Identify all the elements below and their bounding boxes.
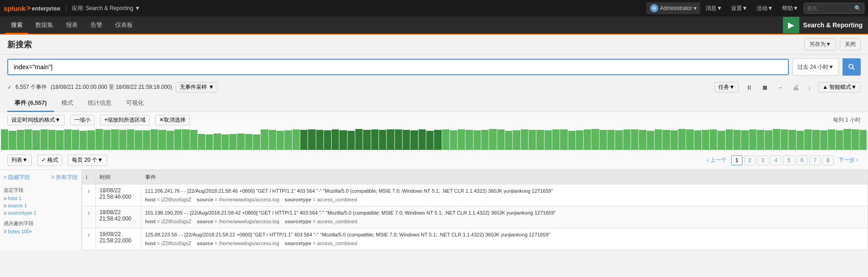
chart-bar <box>245 134 252 150</box>
chart-bar <box>143 130 150 150</box>
interesting-field-item[interactable]: #bytes 100+ <box>4 228 78 235</box>
global-search-icon: 🔍 <box>854 5 861 11</box>
expand-row-btn[interactable]: › <box>86 209 92 216</box>
per-page-btn[interactable]: 每页 20 个▼ <box>68 154 107 166</box>
search-input[interactable] <box>7 59 789 75</box>
nav-reports[interactable]: 报表 <box>61 17 83 34</box>
page-2-btn[interactable]: 2 <box>744 155 756 165</box>
chart-bar <box>584 129 591 150</box>
tab-patterns[interactable]: 模式 <box>54 95 81 112</box>
status-right-controls: 任务▼ ⏸ ⏹ → 🖨 ↓ ▲ 智能模式▼ <box>714 82 861 92</box>
help-btn[interactable]: 帮助▼ <box>778 3 802 14</box>
selected-field-item[interactable]: ahost 1 <box>4 195 78 202</box>
nav-search[interactable]: 搜索 <box>5 17 28 34</box>
chart-bar <box>40 129 48 150</box>
format-btn[interactable]: ✓ 格式 <box>37 154 62 166</box>
chart-bar <box>678 129 686 150</box>
settings-btn[interactable]: 设置▼ <box>727 3 751 14</box>
save-as-btn[interactable]: 另存为▼ <box>804 38 836 51</box>
expand-row-btn[interactable]: › <box>86 187 92 195</box>
th-event: 事件 <box>141 170 868 185</box>
chart-bar <box>442 129 449 150</box>
chart-bar <box>852 129 859 150</box>
chart-bar <box>812 130 819 150</box>
time-picker-btn[interactable]: 过去 24 小时▼ <box>792 58 839 76</box>
next-page-btn[interactable]: 下一步 › <box>836 155 861 165</box>
chart-bar <box>797 131 804 150</box>
notifications-btn[interactable]: 消息▼ <box>702 3 726 14</box>
pause-btn[interactable]: ⏸ <box>744 83 754 92</box>
time-range: (18/08/21 21:00:00.000 至 18/08/22 21:59:… <box>50 83 172 91</box>
global-search-input[interactable] <box>807 5 853 11</box>
print-btn[interactable]: 🖨 <box>791 83 801 92</box>
chart-bar <box>300 130 308 150</box>
chart-bar <box>655 129 662 150</box>
chart-bar <box>765 130 772 150</box>
chart-bar <box>710 129 717 150</box>
app-name[interactable]: 应用: Search & Reporting ▼ <box>66 5 141 12</box>
admin-menu[interactable]: H Administrator ▾ <box>646 2 701 14</box>
per-column-label: 每列 1 小时 <box>833 116 861 124</box>
page-3-btn[interactable]: 3 <box>757 155 769 165</box>
hide-fields-btn[interactable]: < 隐藏字段 <box>4 174 30 181</box>
chart-bar <box>324 130 331 150</box>
chart-bar <box>836 130 843 150</box>
chart-bar <box>253 134 260 150</box>
tab-visualization[interactable]: 可视化 <box>119 95 151 112</box>
nav-alerts[interactable]: 告警 <box>85 17 108 34</box>
forward-btn[interactable]: → <box>775 83 785 92</box>
nav-datasets[interactable]: 数据集 <box>30 17 59 34</box>
chart-bar <box>820 130 828 150</box>
page-7-btn[interactable]: 7 <box>809 155 821 165</box>
chart-bar <box>757 130 764 150</box>
page-4-btn[interactable]: 4 <box>770 155 782 165</box>
page-8-btn[interactable]: 8 <box>823 155 834 165</box>
search-input-row: 过去 24 小时▼ <box>0 55 868 79</box>
page-6-btn[interactable]: 6 <box>797 155 808 165</box>
chart-bar <box>623 129 631 150</box>
chart-bar <box>56 130 63 150</box>
chart-bar <box>426 131 434 150</box>
expand-row-btn[interactable]: › <box>86 231 92 238</box>
chart-bar <box>9 131 16 150</box>
page-5-btn[interactable]: 5 <box>783 155 795 165</box>
results-controls: 列表▼ ✓ 格式 每页 20 个▼ ‹ 上一个 1 2 3 4 5 6 7 8 … <box>0 151 868 170</box>
meta-item: host = iZ28hzo5igsZ <box>145 218 192 226</box>
smart-mode-btn[interactable]: ▲ 智能模式▼ <box>818 82 861 92</box>
selected-field-item[interactable]: asourcetype 1 <box>4 209 78 216</box>
global-search-box[interactable]: 🔍 <box>804 3 864 14</box>
nav-dashboards[interactable]: 仪表板 <box>110 17 138 34</box>
all-fields-btn[interactable]: ≡ 所有字段 <box>51 174 78 181</box>
chart-bar <box>702 130 709 150</box>
selected-fields-list: ahost 1asource 1asourcetype 1 <box>4 195 78 216</box>
svg-line-1 <box>853 68 854 70</box>
zoom-in-btn[interactable]: +缩放到所选区域 <box>100 115 150 125</box>
no-sample-btn[interactable]: 无事件采样 ▼ <box>176 82 218 92</box>
format-timeline-btn[interactable]: 设定时间线的格式▼ <box>7 115 65 125</box>
stop-btn[interactable]: ⏹ <box>760 83 770 92</box>
tab-statistics[interactable]: 统计信息 <box>81 95 119 112</box>
chart-bar <box>182 129 189 150</box>
prev-page-btn[interactable]: ‹ 上一个 <box>704 155 729 165</box>
results-area: < 隐藏字段 ≡ 所有字段 选定字段 ahost 1asource 1asour… <box>0 170 868 250</box>
chart-bar <box>332 129 339 150</box>
task-btn[interactable]: 任务▼ <box>714 82 739 92</box>
event-main-text: 111.206.241.76 - - [22/Aug/2018:21:58:46… <box>145 187 691 195</box>
chart-bar <box>158 130 166 150</box>
collapse-btn[interactable]: 一缩小 <box>70 115 95 125</box>
tab-events[interactable]: 事件 (6,557) <box>7 95 54 112</box>
app-launch-button[interactable]: ▶ <box>783 17 799 33</box>
activity-btn[interactable]: 活动▼ <box>753 3 777 14</box>
chart-bars <box>0 128 868 151</box>
search-submit-btn[interactable] <box>843 58 861 76</box>
close-btn[interactable]: 关闭 <box>840 38 861 51</box>
event-cell: 101.198.190.205 - - [22/Aug/2018:21:58:4… <box>141 206 868 228</box>
deselect-btn[interactable]: ✕取消选择 <box>155 115 190 125</box>
chart-bar <box>32 130 40 150</box>
chart-bar <box>489 129 496 150</box>
selected-field-item[interactable]: asource 1 <box>4 202 78 209</box>
th-i: i <box>82 170 96 185</box>
columns-btn[interactable]: 列表▼ <box>7 154 32 166</box>
page-1-btn[interactable]: 1 <box>731 155 742 165</box>
export-btn[interactable]: ↓ <box>806 83 813 92</box>
